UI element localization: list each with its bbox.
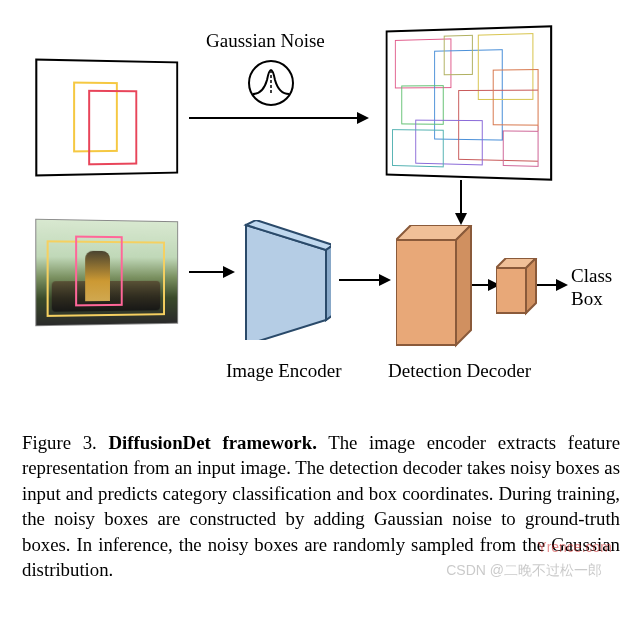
arrow-noisy-to-decoder bbox=[451, 180, 471, 225]
input-image bbox=[35, 219, 178, 327]
svg-marker-5 bbox=[455, 213, 467, 225]
gaussian-noise-icon bbox=[239, 58, 309, 108]
caption-body: The image encoder extracts feature repre… bbox=[22, 432, 620, 580]
svg-marker-20 bbox=[496, 268, 526, 313]
figure-caption: Figure 3. DiffusionDet framework. The im… bbox=[10, 430, 632, 582]
svg-marker-19 bbox=[456, 225, 471, 345]
arrow-encoder-to-decoder bbox=[339, 270, 391, 290]
caption-prefix: Figure 3. bbox=[22, 432, 109, 453]
image-bbox-pink bbox=[75, 236, 123, 307]
arrow-gt-to-noisy bbox=[189, 108, 369, 128]
noisy-box bbox=[392, 129, 444, 167]
output-label: Class Box bbox=[571, 265, 612, 311]
image-encoder-block bbox=[241, 220, 331, 340]
noisy-box bbox=[493, 69, 539, 126]
noisy-boxes-panel bbox=[386, 25, 552, 180]
framework-diagram: Gaussian Noise bbox=[11, 10, 631, 410]
svg-marker-9 bbox=[379, 274, 391, 286]
arrow-image-to-encoder bbox=[189, 262, 235, 282]
svg-marker-22 bbox=[526, 258, 536, 313]
caption-title: DiffusionDet framework. bbox=[109, 432, 317, 453]
gaussian-noise-label: Gaussian Noise bbox=[206, 30, 325, 52]
noisy-box bbox=[444, 35, 473, 75]
output-box-text: Box bbox=[571, 288, 603, 309]
svg-marker-3 bbox=[357, 112, 369, 124]
svg-marker-13 bbox=[556, 279, 568, 291]
image-encoder-label: Image Encoder bbox=[226, 360, 342, 382]
noisy-box bbox=[503, 130, 539, 166]
svg-marker-17 bbox=[396, 240, 456, 345]
detection-decoder-small-block bbox=[496, 258, 546, 323]
output-class-text: Class bbox=[571, 265, 612, 286]
svg-marker-16 bbox=[326, 245, 331, 320]
svg-marker-7 bbox=[223, 266, 235, 278]
detection-decoder-large-block bbox=[396, 225, 486, 355]
detection-decoder-label: Detection Decoder bbox=[388, 360, 531, 382]
gt-box-red bbox=[88, 90, 137, 166]
ground-truth-boxes-panel bbox=[35, 59, 178, 177]
